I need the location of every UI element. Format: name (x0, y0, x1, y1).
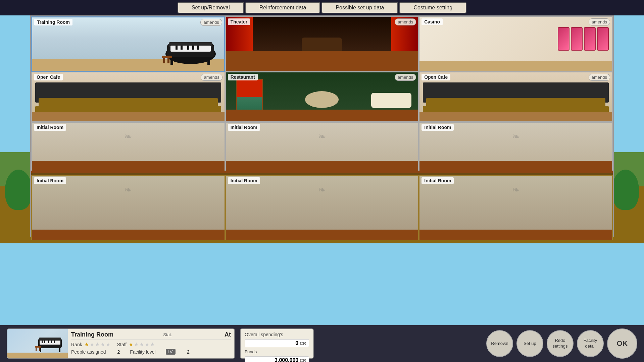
funds-value-row: 3,000,000 CR (245, 356, 309, 362)
removal-button[interactable]: Removal (486, 330, 513, 357)
staff-star-4: ★ (145, 341, 149, 348)
svg-rect-13 (167, 58, 169, 63)
spending-value-row: 0 CR (245, 339, 309, 347)
rank-star-4: ★ (100, 341, 105, 348)
open-cafe-1-label: Open Cafe (34, 74, 63, 80)
room-training-room[interactable]: Training Room amends (31, 16, 225, 72)
theater-stage (226, 51, 418, 71)
room-stats-row-1: Rank ★ ★ ★ ★ ★ Staff ★ ★ ★ ★ (71, 341, 231, 348)
theater-amends[interactable]: amends (395, 18, 416, 25)
room-open-cafe-2[interactable]: Open Cafe amends (419, 72, 613, 122)
casino-machines (558, 27, 609, 51)
initial3-deco: ❧ (512, 131, 520, 142)
svg-rect-4 (207, 57, 210, 65)
rooms-grid-upper: Training Room amends Theater amends Casi… (31, 16, 613, 171)
spending-cr: CR (300, 341, 306, 346)
slot-machine-1 (558, 27, 569, 51)
room-restaurant[interactable]: Restaurant amends (225, 72, 419, 122)
svg-rect-17 (42, 341, 43, 343)
room-info-details: Training Room Stat. At Rank ★ ★ ★ ★ ★ St… (68, 329, 234, 358)
initial5-deco: ❧ (318, 184, 326, 195)
room-initial-1[interactable]: ❧ Initial Room (31, 122, 225, 172)
open-cafe-1-amends[interactable]: amends (201, 74, 222, 81)
open-cafe-2-amends[interactable]: amends (589, 74, 610, 81)
initial-4-label: Initial Room (34, 177, 66, 184)
svg-rect-25 (36, 348, 37, 351)
initial2-deco: ❧ (318, 131, 326, 142)
underground-rooms: ❧ Initial Room ❧ Initial Room ❧ Initial … (31, 173, 613, 240)
staff-star-3: ★ (139, 341, 144, 348)
room-initial-2[interactable]: ❧ Initial Room (225, 122, 419, 172)
svg-rect-18 (44, 341, 45, 343)
room-name-bar: Training Room Stat. At (71, 331, 231, 340)
staff-label: Staff (117, 342, 127, 347)
open-cafe-2-label: Open Cafe (422, 74, 450, 80)
svg-rect-24 (35, 346, 41, 348)
rank-star-3: ★ (95, 341, 100, 348)
top-nav: Set up/Removal Reinforcement data Possib… (0, 0, 644, 15)
facility-detail-button[interactable]: Facilitydetail (577, 330, 604, 357)
room-initial-4[interactable]: ❧ Initial Room (31, 175, 225, 240)
rank-stars: ★ ★ ★ ★ ★ (84, 341, 110, 348)
svg-rect-22 (40, 348, 41, 352)
spending-value: 0 (295, 340, 298, 346)
setup-button[interactable]: Set up (516, 330, 543, 357)
rank-star-2: ★ (90, 341, 94, 348)
room-initial-5[interactable]: ❧ Initial Room (225, 175, 419, 240)
restaurant-label: Restaurant (228, 74, 258, 80)
initial1-deco: ❧ (124, 131, 132, 142)
funds-label: Funds (245, 349, 309, 354)
room-name-text: Training Room (71, 331, 113, 338)
slot-machine-3 (584, 27, 596, 51)
svg-rect-20 (51, 341, 52, 343)
staff-star-5: ★ (150, 341, 155, 348)
cafe2-counter (426, 98, 605, 111)
thumb-piano (32, 333, 65, 353)
slot-machine-2 (571, 27, 583, 51)
tree-left (3, 170, 34, 223)
lv-badge: LV. (166, 349, 176, 355)
funds-value: 3,000,000 (275, 357, 298, 362)
room-info-card: Training Room Stat. At Rank ★ ★ ★ ★ ★ St… (7, 328, 235, 359)
nav-reinforcement[interactable]: Reinforcement data (245, 2, 320, 13)
piano-svg (150, 27, 217, 67)
svg-rect-11 (162, 56, 172, 58)
staff-stars: ★ ★ ★ ★ ★ (129, 341, 155, 348)
restaurant-window (236, 79, 263, 113)
room-open-cafe-1[interactable]: Open Cafe amends (31, 72, 225, 122)
svg-rect-6 (176, 46, 178, 50)
training-room-amends[interactable]: amends (200, 19, 222, 26)
rank-label: Rank (71, 342, 82, 347)
room-theater[interactable]: Theater amends (225, 16, 419, 72)
initial2-floor (226, 161, 418, 171)
cafe1-counter (39, 98, 218, 111)
training-room-label: Training Room (34, 19, 72, 25)
ground-divider (31, 171, 613, 173)
svg-rect-8 (187, 46, 189, 50)
nav-setup[interactable]: Set up/Removal (178, 2, 244, 13)
nav-costume[interactable]: Costume setting (399, 2, 466, 13)
room-casino[interactable]: Casino amends (419, 16, 613, 72)
spending-card: Overall spending's 0 CR Funds 3,000,000 … (240, 328, 314, 359)
svg-rect-26 (39, 348, 40, 351)
svg-rect-21 (54, 341, 55, 343)
initial-5-label: Initial Room (228, 177, 260, 184)
cafe2-floor (419, 112, 612, 121)
casino-amends[interactable]: amends (589, 18, 610, 25)
nav-possible[interactable]: Possible set up data (321, 2, 398, 13)
ok-button[interactable]: OK (607, 328, 637, 359)
restaurant-amends[interactable]: amends (395, 74, 416, 81)
svg-rect-12 (163, 58, 165, 63)
room-initial-3[interactable]: ❧ Initial Room (419, 122, 613, 172)
cafe1-floor (32, 112, 225, 121)
svg-rect-7 (181, 46, 183, 50)
funds-cr: CR (300, 358, 306, 362)
room-initial-6[interactable]: ❧ Initial Room (419, 175, 613, 240)
theater-sofa (302, 38, 342, 51)
restaurant-sofa (371, 93, 411, 108)
redo-settings-button[interactable]: Redosettings (547, 330, 574, 357)
tree-right (610, 170, 641, 223)
staff-group: Staff ★ ★ ★ ★ ★ (117, 341, 155, 348)
action-buttons: Removal Set up Redosettings Facilitydeta… (486, 328, 637, 359)
people-assigned-value: 2 (117, 349, 120, 355)
